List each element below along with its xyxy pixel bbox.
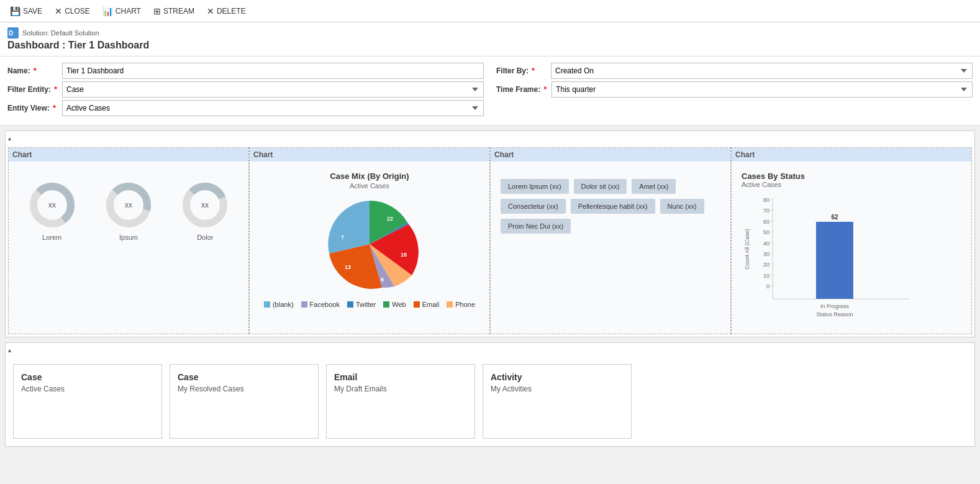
svg-text:70: 70 bbox=[763, 208, 769, 214]
name-label: Name: * bbox=[7, 66, 57, 75]
svg-text:xx: xx bbox=[125, 201, 132, 209]
tag-nunc[interactable]: Nunc (xx) bbox=[660, 199, 704, 214]
list-card-2[interactable]: Case My Resolved Cases bbox=[170, 364, 319, 439]
time-frame-label: Time Frame: * bbox=[496, 85, 547, 94]
svg-text:13: 13 bbox=[345, 264, 351, 270]
donut-svg-2: xx bbox=[104, 180, 153, 230]
lists-section: ▴ Case Active Cases Case My Resolved Cas… bbox=[5, 342, 975, 447]
legend-dot-web bbox=[383, 301, 389, 308]
legend-item-web: Web bbox=[383, 301, 406, 308]
filter-by-select[interactable]: Created On bbox=[551, 63, 973, 79]
svg-text:62: 62 bbox=[831, 214, 838, 221]
name-input[interactable] bbox=[62, 63, 484, 79]
chart-panel-2: Chart Case Mix (By Origin) Active Cases bbox=[249, 147, 490, 334]
tag-pellentesque[interactable]: Pellentesque habit (xx) bbox=[571, 199, 655, 214]
legend-dot-facebook bbox=[301, 301, 307, 308]
svg-text:Count All (Case): Count All (Case) bbox=[744, 229, 750, 270]
legend-item-blank: (blank) bbox=[264, 301, 294, 308]
svg-text:D: D bbox=[9, 30, 13, 37]
pie-subtitle: Active Cases bbox=[260, 182, 479, 189]
svg-text:60: 60 bbox=[763, 219, 769, 225]
form-area: Name: * Filter Entity: * Case Entity Vie… bbox=[0, 57, 980, 126]
chart1-header: Chart bbox=[9, 148, 248, 162]
entity-view-select[interactable]: Active Cases bbox=[62, 100, 484, 116]
svg-text:0: 0 bbox=[766, 283, 769, 290]
filter-entity-select[interactable]: Case bbox=[62, 81, 484, 98]
legend-item-facebook: Facebook bbox=[301, 301, 340, 308]
filter-entity-label: Filter Entity: * bbox=[7, 85, 57, 94]
chart3-header: Chart bbox=[491, 148, 730, 162]
donut-svg-1: xx bbox=[27, 180, 77, 230]
svg-text:8: 8 bbox=[381, 276, 384, 283]
donut-label-2: Ipsum bbox=[104, 234, 153, 241]
tag-proin[interactable]: Proin Nec Dui (xx) bbox=[501, 219, 571, 234]
name-row: Name: * bbox=[7, 63, 484, 79]
pie-legend: (blank) Facebook Twitter Web bbox=[260, 301, 479, 308]
svg-text:Status Reason: Status Reason bbox=[816, 311, 853, 317]
bar-chart-area: Cases By Status Active Cases 80 70 60 bbox=[737, 167, 966, 329]
legend-item-twitter: Twitter bbox=[347, 301, 376, 308]
svg-text:50: 50 bbox=[763, 229, 769, 235]
lists-collapse-arrow[interactable]: ▴ bbox=[8, 347, 11, 354]
page-title: Dashboard : Tier 1 Dashboard bbox=[7, 40, 973, 51]
collapse-arrow[interactable]: ▴ bbox=[8, 135, 11, 142]
chart-panel-4: Chart Cases By Status Active Cases 80 70 bbox=[731, 147, 972, 334]
time-frame-select[interactable]: This quarter bbox=[551, 81, 973, 98]
list-card-3[interactable]: Email My Draft Emails bbox=[326, 364, 475, 439]
bar-chart-svg: 80 70 60 50 40 30 20 10 bbox=[742, 193, 915, 324]
main-content: ▴ Chart xx Lorem bbox=[0, 126, 980, 457]
delete-button[interactable]: ✕ DELETE bbox=[202, 4, 251, 19]
donut-item-2: xx Ipsum bbox=[104, 180, 153, 241]
donut-item-3: xx Dolor bbox=[180, 180, 230, 241]
close-button[interactable]: ✕ CLOSE bbox=[50, 4, 95, 19]
close-icon: ✕ bbox=[55, 6, 62, 16]
stream-button[interactable]: ⊞ STREAM bbox=[148, 4, 199, 19]
donut-svg-3: xx bbox=[180, 180, 230, 230]
list-card-1[interactable]: Case Active Cases bbox=[13, 364, 162, 439]
tag-lorem-ipsum[interactable]: Lorem Ipsum (xx) bbox=[501, 179, 569, 194]
pie-chart-area: Case Mix (By Origin) Active Cases bbox=[255, 167, 484, 313]
svg-text:40: 40 bbox=[763, 240, 769, 247]
tag-amet[interactable]: Amet (xx) bbox=[632, 179, 676, 194]
list-card-4-view: My Activities bbox=[491, 385, 624, 393]
svg-text:20: 20 bbox=[763, 262, 769, 268]
page-header: D Solution: Default Solution Dashboard :… bbox=[0, 22, 980, 57]
chart2-header: Chart bbox=[250, 148, 489, 162]
legend-dot-phone bbox=[447, 301, 453, 308]
tag-consectetur[interactable]: Consectetur (xx) bbox=[501, 199, 566, 214]
pie-title: Case Mix (By Origin) bbox=[260, 171, 479, 181]
donut-row: xx Lorem xx Ipsum bbox=[14, 180, 243, 241]
filter-by-row: Filter By: * Created On bbox=[496, 63, 973, 79]
legend-item-phone: Phone bbox=[447, 301, 475, 308]
svg-text:xx: xx bbox=[201, 201, 209, 209]
chart-button[interactable]: 📊 CHART bbox=[98, 4, 146, 19]
chart-panel-3: Chart Lorem Ipsum (xx) Dolor sit (xx) Am… bbox=[490, 147, 731, 334]
chart-icon: 📊 bbox=[102, 6, 113, 16]
svg-text:In Progress: In Progress bbox=[820, 303, 850, 309]
svg-text:30: 30 bbox=[763, 251, 769, 257]
donut-label-1: Lorem bbox=[27, 234, 77, 241]
bar-chart-subtitle: Active Cases bbox=[742, 181, 961, 188]
legend-item-email: Email bbox=[414, 301, 440, 308]
list-card-1-view: Active Cases bbox=[21, 385, 154, 393]
svg-text:18: 18 bbox=[401, 252, 407, 258]
list-card-3-entity: Email bbox=[334, 372, 467, 382]
chart4-header: Chart bbox=[732, 148, 971, 162]
lists-row: Case Active Cases Case My Resolved Cases… bbox=[8, 359, 972, 444]
donut-item-1: xx Lorem bbox=[27, 180, 77, 241]
filter-by-label: Filter By: * bbox=[496, 66, 546, 75]
entity-view-row: Entity View: * Active Cases bbox=[7, 100, 484, 116]
legend-dot-twitter bbox=[347, 301, 353, 308]
list-card-4[interactable]: Activity My Activities bbox=[483, 364, 632, 439]
tag-dolor-sit[interactable]: Dolor sit (xx) bbox=[574, 179, 627, 194]
legend-dot-email bbox=[414, 301, 420, 308]
svg-text:80: 80 bbox=[763, 197, 769, 203]
svg-text:7: 7 bbox=[341, 234, 344, 240]
legend-dot-blank bbox=[264, 301, 270, 308]
chart-panel-1: Chart xx Lorem bbox=[8, 147, 249, 334]
save-button[interactable]: 💾 SAVE bbox=[5, 4, 47, 19]
bar-chart-title: Cases By Status bbox=[742, 171, 961, 181]
charts-row: Chart xx Lorem bbox=[8, 147, 972, 334]
list-card-3-view: My Draft Emails bbox=[334, 385, 467, 393]
list-card-2-entity: Case bbox=[178, 372, 311, 382]
